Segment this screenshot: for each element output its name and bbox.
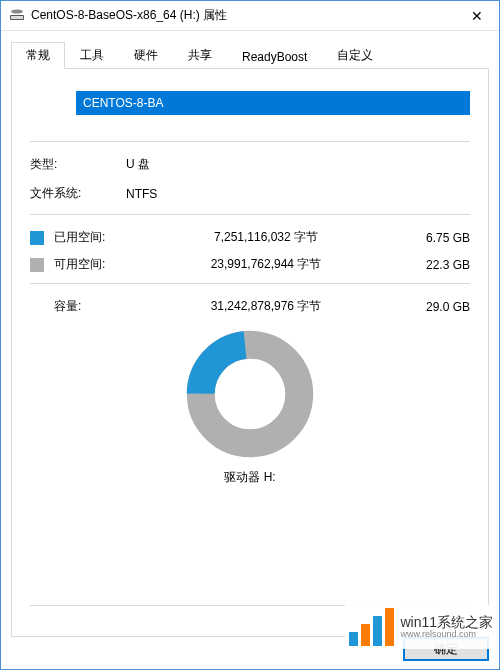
tab-tools[interactable]: 工具: [65, 42, 119, 69]
volume-label-row: [30, 87, 470, 119]
tab-customize[interactable]: 自定义: [322, 42, 388, 69]
used-swatch-icon: [30, 231, 44, 245]
info-grid: 类型: U 盘 文件系统: NTFS: [30, 156, 470, 202]
window-title: CentOS-8-BaseOS-x86_64 (H:) 属性: [31, 7, 454, 24]
used-label: 已用空间:: [54, 229, 126, 246]
svg-point-5: [216, 360, 284, 428]
svg-rect-1: [11, 16, 23, 19]
tab-panel-general: 类型: U 盘 文件系统: NTFS 已用空间: 7,251,116,032 字…: [11, 69, 489, 637]
content-area: 常规 工具 硬件 共享 ReadyBoost 自定义 类型: U 盘 文件系统:…: [1, 31, 499, 637]
free-bytes: 23,991,762,944 字节: [126, 256, 406, 273]
close-icon: ✕: [471, 8, 483, 24]
capacity-bytes: 31,242,878,976 字节: [126, 298, 406, 315]
titlebar: CentOS-8-BaseOS-x86_64 (H:) 属性 ✕: [1, 1, 499, 31]
capacity-gb: 29.0 GB: [406, 300, 470, 314]
drive-caption: 驱动器 H:: [224, 469, 275, 486]
used-gb: 6.75 GB: [406, 231, 470, 245]
capacity-row: 容量: 31,242,878,976 字节 29.0 GB: [30, 298, 470, 315]
tab-hardware[interactable]: 硬件: [119, 42, 173, 69]
drive-icon: [9, 8, 25, 24]
volume-label-input[interactable]: [76, 91, 470, 115]
tab-strip: 常规 工具 硬件 共享 ReadyBoost 自定义: [11, 45, 489, 69]
free-space-row: 可用空间: 23,991,762,944 字节 22.3 GB: [30, 256, 470, 273]
dialog-buttons: 确定: [1, 637, 499, 661]
donut-icon: [185, 329, 315, 459]
used-space-row: 已用空间: 7,251,116,032 字节 6.75 GB: [30, 229, 470, 246]
free-gb: 22.3 GB: [406, 258, 470, 272]
used-bytes: 7,251,116,032 字节: [126, 229, 406, 246]
separator: [30, 605, 470, 606]
filesystem-value: NTFS: [126, 187, 157, 201]
separator: [30, 214, 470, 215]
filesystem-label: 文件系统:: [30, 185, 126, 202]
capacity-label: 容量:: [30, 298, 126, 315]
tab-sharing[interactable]: 共享: [173, 42, 227, 69]
tab-readyboost[interactable]: ReadyBoost: [227, 45, 322, 69]
close-button[interactable]: ✕: [454, 1, 499, 30]
free-label: 可用空间:: [54, 256, 126, 273]
filesystem-row: 文件系统: NTFS: [30, 185, 470, 202]
separator: [30, 283, 470, 284]
free-swatch-icon: [30, 258, 44, 272]
separator: [30, 141, 470, 142]
type-label: 类型:: [30, 156, 126, 173]
usage-chart: 驱动器 H:: [30, 329, 470, 486]
type-row: 类型: U 盘: [30, 156, 470, 173]
ok-button[interactable]: 确定: [403, 637, 489, 661]
tab-general[interactable]: 常规: [11, 42, 65, 69]
svg-point-2: [11, 9, 23, 13]
type-value: U 盘: [126, 156, 150, 173]
properties-dialog: CentOS-8-BaseOS-x86_64 (H:) 属性 ✕ 常规 工具 硬…: [0, 0, 500, 670]
